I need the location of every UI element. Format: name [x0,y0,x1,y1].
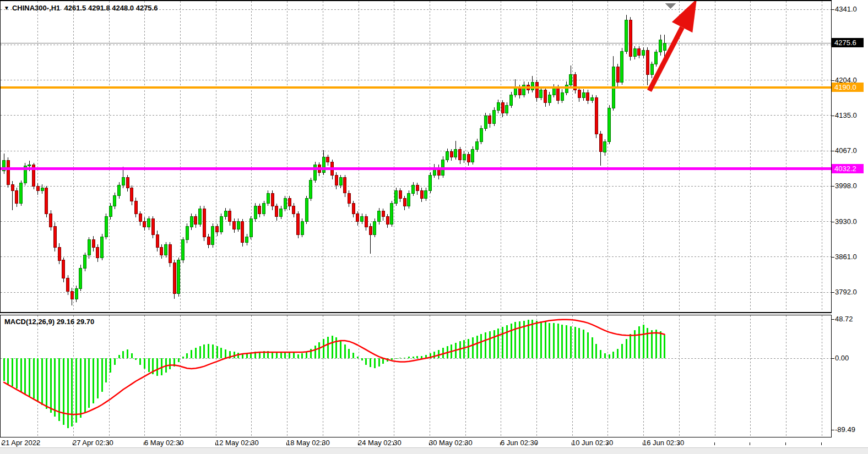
time-axis-label: 6 May 02:30 [144,439,184,447]
macd-axis-label: 48.72 [835,315,853,323]
macd-axis-label: -89.49 [835,425,855,434]
price-axis-label: 4135.0 [835,111,857,119]
price-axis-label: 3792.0 [835,288,857,296]
time-axis-label: 21 Apr 2022 [2,439,40,447]
axis-tick [832,292,834,293]
price-axis-label: 4341.0 [835,5,857,13]
time-axis-label: 16 Jun 02:30 [643,439,684,447]
time-axis[interactable]: 21 Apr 202227 Apr 02:306 May 02:3012 May… [0,438,832,447]
trend-arrow-up-icon [649,1,697,91]
axis-tick [832,430,834,430]
axis-tick [832,222,834,222]
price-axis[interactable]: 4341.04204.04135.04067.03998.03930.03861… [832,0,868,447]
time-axis-label: 30 May 02:30 [429,439,473,447]
axis-tick [832,319,834,320]
time-axis-label: 12 May 02:30 [215,439,259,447]
price-badge-4190.0: 4190.0 [832,83,864,92]
mt4-chart-window: ▼CHINA300-,H1 4261.5 4291.8 4248.0 4275.… [0,0,868,454]
macd-chart-canvas[interactable] [1,315,831,436]
chart-shift-triangle-icon [665,3,676,9]
axis-tick [832,9,834,10]
time-axis-label: 18 May 02:30 [286,439,330,447]
price-axis-label: 4067.0 [835,146,857,155]
candlestick-chart-canvas[interactable] [1,1,831,311]
time-axis-label: 27 Apr 02:30 [73,439,113,447]
chart-title: ▼CHINA300-,H1 4261.5 4291.8 4248.0 4275.… [4,4,158,12]
status-strip [0,447,868,454]
macd-indicator-label: MACD(12,26,9) 29.16 29.70 [4,318,94,326]
axis-tick [832,358,834,359]
time-axis-ticks [0,442,832,446]
time-axis-label: 24 May 02:30 [358,439,402,447]
ohlc-values: 4261.5 4291.8 4248.0 4275.6 [64,4,158,12]
axis-tick [832,151,834,151]
time-axis-label: 6 Jun 02:30 [501,439,538,447]
time-axis-label: 10 Jun 02:30 [572,439,613,447]
axis-tick [832,186,834,187]
price-axis-label: 3930.0 [835,217,857,226]
price-badge-4275.6: 4275.6 [832,38,864,47]
macd-indicator-pane[interactable]: MACD(12,26,9) 29.16 29.70 [0,315,832,437]
axis-tick [832,116,834,116]
symbol-dropdown-icon[interactable]: ▼ [4,5,9,11]
price-axis-label: 3998.0 [835,182,857,190]
axis-tick [832,257,834,258]
price-axis-label: 3861.0 [835,253,857,261]
axis-tick [832,80,834,81]
symbol-period-label: CHINA300-,H1 [12,4,60,12]
price-chart-pane[interactable]: ▼CHINA300-,H1 4261.5 4291.8 4248.0 4275.… [0,0,832,312]
price-badge-4032.2: 4032.2 [832,164,864,173]
macd-signal-line [4,320,665,414]
macd-axis-label: 0.00 [835,354,849,362]
